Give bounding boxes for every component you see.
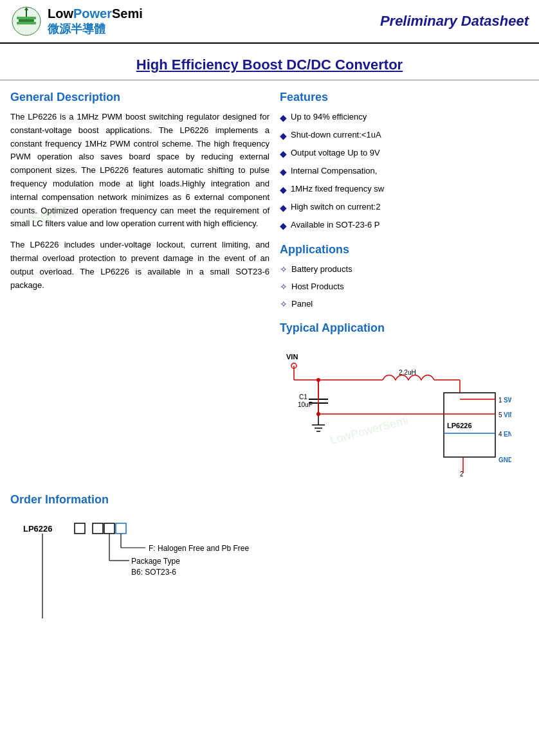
bullet-5: ◆	[280, 201, 287, 215]
inductor-label: 2.2uH	[399, 369, 416, 376]
field-f-label: F: Halogen Free and Pb Free	[149, 544, 249, 553]
circuit-diagram: VIN 2.2uH LP6226 1 SW	[280, 341, 511, 483]
sw-label: SW	[504, 397, 511, 404]
feature-item-4: ◆ 1MHz fixed frequency sw	[280, 183, 539, 197]
bullet-0: ◆	[280, 111, 287, 125]
features-list: ◆ Up to 94% efficiency ◆ Shut-down curre…	[280, 111, 539, 233]
svg-rect-2	[19, 19, 34, 22]
pin5-label: 5	[498, 411, 502, 419]
watermark-circuit: LowPowerSemi	[329, 413, 410, 447]
logo-en: LowPowerSemi	[48, 6, 143, 21]
pin1-label: 1	[498, 397, 502, 404]
logo-icon	[10, 5, 42, 37]
app-item-1: ✧ Host Products	[280, 280, 539, 294]
bullet-6: ◆	[280, 219, 287, 233]
field-pkg-label: Package Type	[131, 557, 180, 566]
order-info-heading: Order Information	[10, 493, 529, 507]
bullet-2: ◆	[280, 147, 287, 161]
app-bullet-0: ✧	[280, 263, 288, 276]
part-prefix: LP6226	[23, 524, 53, 534]
col-right: Features ◆ Up to 94% efficiency ◆ Shut-d…	[280, 91, 539, 483]
gnd-label: GND	[498, 456, 511, 464]
page-title: High Efficiency Boost DC/DC Convertor	[10, 57, 529, 73]
cap-label: C1	[299, 393, 307, 401]
page-title-section: High Efficiency Boost DC/DC Convertor	[0, 44, 539, 80]
svg-rect-1	[17, 17, 36, 19]
order-info-section: Order Information LP6226 F: Halogen Free…	[0, 493, 539, 654]
feature-item-5: ◆ High switch on current:2	[280, 201, 539, 215]
typical-app-section: Typical Application VIN 2.2uH LP6	[280, 321, 539, 483]
gen-desc-para2: The LP6226 includes under-voltage lockou…	[10, 239, 270, 292]
applications-section: Applications ✧ Battery products ✧ Host P…	[280, 243, 539, 311]
feature-item-2: ◆ Output voltage Up to 9V	[280, 147, 539, 161]
box3	[104, 523, 114, 534]
col-left: General Description The LP6226 is a 1MHz…	[10, 91, 270, 483]
logo-section: LowPowerSemi 微源半導體	[10, 5, 143, 37]
pin4-label: 4	[498, 431, 502, 438]
bullet-1: ◆	[280, 129, 287, 143]
feature-item-0: ◆ Up to 94% efficiency	[280, 111, 539, 125]
logo-cn: 微源半導體	[48, 21, 143, 37]
header-title: Preliminary Datasheet	[380, 13, 529, 30]
applications-heading: Applications	[280, 243, 539, 256]
box1	[75, 523, 85, 534]
box4	[116, 523, 126, 534]
vin-label: VIN	[286, 353, 298, 361]
vin-pin-label: VIN	[504, 411, 511, 419]
bullet-4: ◆	[280, 183, 287, 197]
svg-rect-3	[17, 22, 36, 24]
app-bullet-1: ✧	[280, 280, 288, 294]
applications-list: ✧ Battery products ✧ Host Products ✧ Pan…	[280, 263, 539, 311]
box2	[93, 523, 103, 534]
order-diagram: LP6226 F: Halogen Free and Pb Free Packa…	[17, 516, 338, 644]
app-item-0: ✧ Battery products	[280, 263, 539, 276]
header: LowPowerSemi 微源半導體 Preliminary Datasheet	[0, 0, 539, 44]
feature-item-3: ◆ Internal Compensation,	[280, 165, 539, 179]
content-wrapper: General Description The LP6226 is a 1MHz…	[0, 80, 539, 493]
app-bullet-2: ✧	[280, 298, 288, 311]
en-label: EN	[504, 431, 511, 438]
app-item-2: ✧ Panel	[280, 298, 539, 311]
feature-item-1: ◆ Shut-down current:<1uA	[280, 129, 539, 143]
general-desc-heading: General Description	[10, 91, 270, 104]
logo-text: LowPowerSemi 微源半導體	[48, 6, 143, 37]
typical-app-heading: Typical Application	[280, 321, 539, 335]
cap-value: 10uF	[298, 401, 313, 408]
feature-item-6: ◆ Available in SOT-23-6 P	[280, 219, 539, 233]
field-b6-label: B6: SOT23-6	[131, 568, 176, 577]
ic-label: LP6226	[447, 422, 472, 429]
features-heading: Features	[280, 91, 539, 104]
gen-desc-para1: The LP6226 is a 1MHz PWM boost switching…	[10, 111, 270, 231]
bullet-3: ◆	[280, 165, 287, 179]
